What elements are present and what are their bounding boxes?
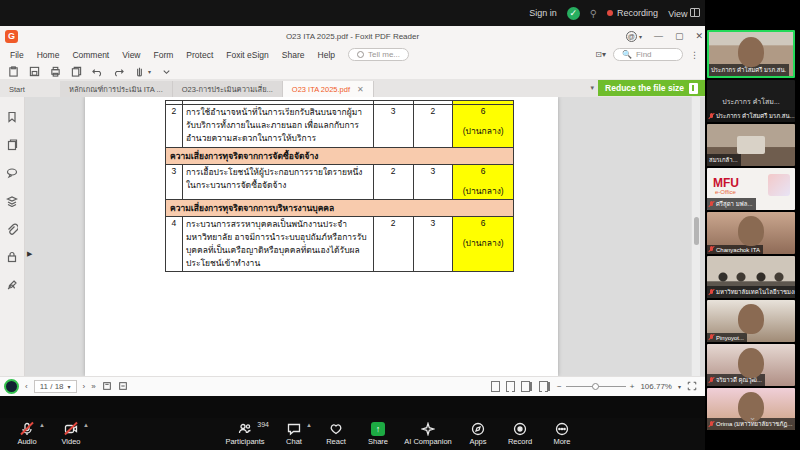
quick-toolbar: ▾ bbox=[0, 63, 705, 79]
print-icon[interactable] bbox=[49, 65, 61, 77]
page-indicator[interactable]: 11 / 18▾ bbox=[34, 380, 77, 393]
previous-view-icon[interactable] bbox=[102, 381, 112, 393]
menu-share[interactable]: Share bbox=[282, 50, 305, 60]
organize-pages-icon[interactable] bbox=[70, 65, 82, 77]
menu-foxit-esign[interactable]: Foxit eSign bbox=[226, 50, 269, 60]
foxit-title-bar[interactable]: G O23 ITA 2025.pdf - Foxit PDF Reader @▾… bbox=[0, 26, 705, 46]
toolbar-expand-chevron-icon[interactable] bbox=[160, 65, 172, 77]
tab-document-1[interactable]: หลักเกณฑ์การประเมิน ITA ... bbox=[60, 81, 173, 97]
menu-file[interactable]: File bbox=[10, 50, 24, 60]
participant-tile[interactable]: มหาวิทยาลัยเทคโนโลยีราชมงคล... bbox=[707, 256, 795, 298]
tab-document-2[interactable]: O23-การประเมินความเสี่ย... bbox=[173, 81, 283, 97]
single-page-view-icon[interactable] bbox=[491, 381, 500, 392]
participant-tile[interactable]: จริยาวดี คุณวุฒิ... bbox=[707, 344, 795, 386]
chat-caret-icon[interactable]: ▲ bbox=[306, 422, 312, 428]
close-button[interactable]: ✕ bbox=[695, 31, 703, 41]
restore-button[interactable]: ▢ bbox=[675, 31, 684, 41]
participant-tile[interactable]: MFU e-Office ศรีสุดา มฟล... bbox=[707, 168, 795, 210]
risk-score-cell: 6(ปานกลาง) bbox=[453, 165, 513, 200]
zoom-out-icon[interactable]: − bbox=[557, 382, 562, 391]
tell-me-search[interactable]: Tell me... bbox=[348, 48, 409, 61]
presenter-avatar-icon[interactable] bbox=[4, 379, 19, 394]
fullscreen-icon[interactable] bbox=[687, 381, 697, 393]
undo-icon[interactable] bbox=[91, 65, 103, 77]
menu-form[interactable]: Form bbox=[154, 50, 174, 60]
audio-caret-icon[interactable]: ▲ bbox=[39, 422, 45, 428]
last-page-button[interactable]: » bbox=[91, 382, 95, 391]
next-view-icon[interactable] bbox=[118, 381, 128, 393]
zoom-knob[interactable] bbox=[592, 383, 599, 390]
table-row: 2 การใช้อำนาจหน้าที่ในการเรียกรับสินบนจา… bbox=[165, 105, 514, 148]
pdf-page[interactable]: 2 การใช้อำนาจหน้าที่ในการเรียกรับสินบนจา… bbox=[85, 97, 558, 376]
panel-expander-icon[interactable]: ▶ bbox=[27, 250, 32, 258]
hand-tool-icon[interactable] bbox=[133, 65, 145, 77]
continuous-view-icon[interactable] bbox=[506, 381, 515, 392]
facing-view-icon[interactable] bbox=[521, 381, 530, 392]
redo-icon[interactable] bbox=[112, 65, 124, 77]
sign-in-button[interactable]: Sign in bbox=[529, 8, 557, 18]
find-input[interactable]: 🔍Find bbox=[613, 48, 683, 61]
zoom-caret-icon[interactable]: ▾ bbox=[678, 383, 681, 390]
pages-icon[interactable] bbox=[6, 139, 18, 151]
account-button[interactable]: @▾ bbox=[626, 31, 642, 42]
continuous-facing-view-icon[interactable] bbox=[539, 381, 548, 392]
more-options-icon[interactable]: ⋮ bbox=[690, 50, 699, 60]
participant-tile[interactable]: Chanyachok ITA bbox=[707, 212, 795, 254]
record-button[interactable]: Record bbox=[501, 418, 539, 450]
signature-icon[interactable] bbox=[6, 279, 18, 291]
risk-description: การใช้อำนาจหน้าที่ในการเรียกรับสินบนจากผ… bbox=[183, 105, 374, 148]
participant-tile[interactable]: Pinyoyot... bbox=[707, 300, 795, 342]
video-button[interactable]: Video▲ bbox=[52, 418, 90, 450]
participant-tile[interactable]: ประภากร คำโสมศรี มรภ.สน. bbox=[707, 30, 795, 78]
clipboard-icon[interactable] bbox=[7, 65, 19, 77]
zoom-slider[interactable]: − + bbox=[557, 382, 634, 391]
save-icon[interactable] bbox=[28, 65, 40, 77]
view-button[interactable]: View bbox=[668, 8, 700, 19]
risk-description: การเอื้อประโยชน์ให้ผู้ประกอบการรายใดรายห… bbox=[183, 165, 374, 200]
participants-button[interactable]: 394 Participants bbox=[219, 418, 271, 450]
show-more-participants-chevron-icon[interactable]: ⌄ bbox=[749, 412, 757, 422]
vertical-scrollbar[interactable] bbox=[691, 97, 700, 376]
zoom-in-icon[interactable]: + bbox=[630, 382, 635, 391]
mic-muted-icon bbox=[709, 246, 714, 253]
prev-page-button[interactable]: ‹ bbox=[25, 382, 28, 391]
ai-companion-button[interactable]: AI Companion bbox=[401, 418, 455, 450]
apps-button[interactable]: Apps bbox=[459, 418, 497, 450]
mic-muted-icon bbox=[709, 201, 714, 208]
security-lock-icon[interactable] bbox=[6, 251, 18, 263]
zoom-track[interactable] bbox=[566, 386, 626, 387]
close-tab-icon[interactable]: ✕ bbox=[357, 85, 364, 94]
react-button[interactable]: React bbox=[317, 418, 355, 450]
more-button[interactable]: More bbox=[543, 418, 581, 450]
chat-button[interactable]: Chat▲ bbox=[275, 418, 313, 450]
scrollbar-thumb[interactable] bbox=[694, 217, 699, 245]
video-caret-icon[interactable]: ▲ bbox=[83, 422, 89, 428]
security-shield-icon[interactable]: ✓ bbox=[567, 7, 580, 20]
read-mode-button[interactable]: ⊡▾ bbox=[595, 50, 606, 59]
minimize-button[interactable]: — bbox=[654, 31, 663, 41]
menu-view[interactable]: View bbox=[122, 50, 140, 60]
menu-comment[interactable]: Comment bbox=[72, 50, 109, 60]
mic-muted-icon bbox=[709, 334, 714, 341]
comments-icon[interactable] bbox=[6, 167, 18, 179]
attachment-icon[interactable] bbox=[6, 223, 18, 235]
participant-tile[interactable]: ประภากร คำโสม... ประภากร คำโสมศรี มรภ.สน… bbox=[707, 80, 795, 122]
hand-tool-caret-icon[interactable]: ▾ bbox=[148, 68, 151, 75]
tab-document-active[interactable]: O23 ITA 2025.pdf✕ bbox=[283, 81, 374, 97]
menu-protect[interactable]: Protect bbox=[186, 50, 213, 60]
account-icon: @ bbox=[626, 31, 637, 42]
bookmarks-icon[interactable] bbox=[6, 111, 18, 123]
audio-button[interactable]: Audio▲ bbox=[8, 418, 46, 450]
share-button[interactable]: ↑ Share bbox=[359, 418, 397, 450]
participant-tile[interactable]: Orima (มหาวิทยาลัยราชภัฏ... bbox=[707, 388, 795, 430]
participant-tile[interactable]: สมรเกล้า... bbox=[707, 124, 795, 166]
mic-muted-icon bbox=[709, 377, 714, 384]
menu-help[interactable]: Help bbox=[318, 50, 335, 60]
reduce-file-size-button[interactable]: Reduce the file size bbox=[598, 80, 705, 96]
menu-home[interactable]: Home bbox=[37, 50, 60, 60]
tab-start[interactable]: Start bbox=[0, 81, 60, 97]
next-page-button[interactable]: › bbox=[83, 382, 86, 391]
layers-icon[interactable] bbox=[6, 195, 18, 207]
zoom-level-value[interactable]: 106.77% bbox=[640, 382, 672, 391]
tab-list-caret-icon[interactable]: ▾ bbox=[591, 84, 595, 92]
